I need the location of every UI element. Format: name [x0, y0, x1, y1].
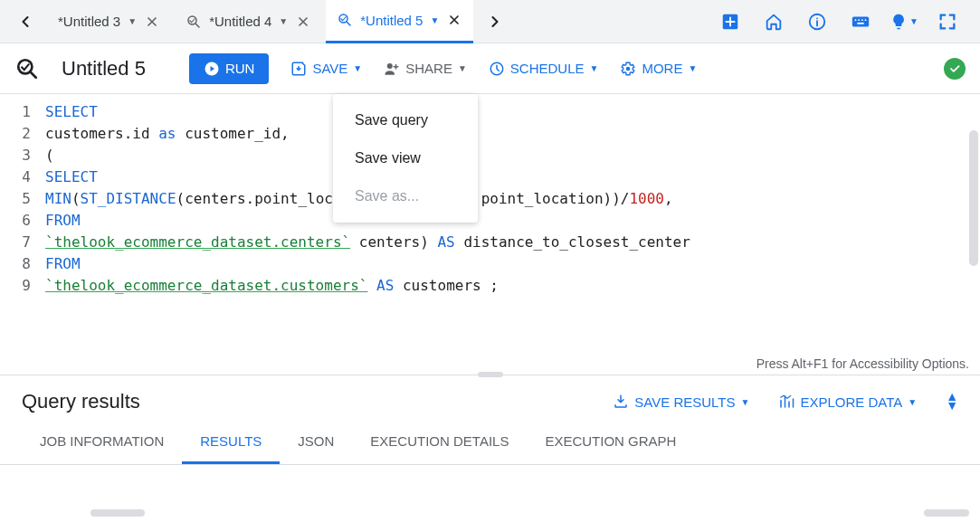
tab-label: *Untitled 4 [209, 14, 271, 29]
svg-point-9 [865, 19, 867, 21]
line-number: 8 [0, 253, 31, 275]
schedule-label: SCHEDULE [510, 61, 585, 76]
tab-label: *Untitled 5 [360, 13, 423, 28]
save-view-item[interactable]: Save view [333, 139, 478, 177]
svg-point-1 [339, 14, 347, 23]
query-results-panel: Query results SAVE RESULTS ▼ EXPLORE DAT… [0, 375, 980, 465]
schedule-button[interactable]: SCHEDULE ▼ [489, 61, 599, 77]
explore-label: EXPLORE DATA [800, 394, 902, 410]
run-label: RUN [225, 61, 255, 76]
accessibility-hint: Press Alt+F1 for Accessibility Options. [756, 356, 969, 371]
line-gutter: 1 2 3 4 5 6 7 8 9 [0, 101, 45, 297]
tab-nav-prev[interactable] [7, 4, 43, 40]
sql-editor[interactable]: 1 2 3 4 5 6 7 8 9 SELECT customers.id as… [0, 94, 980, 375]
scrollbar-thumb[interactable] [90, 509, 145, 517]
close-icon[interactable] [446, 12, 462, 28]
caret-down-icon[interactable]: ▼ [279, 16, 288, 26]
tab-json[interactable]: JSON [280, 421, 352, 464]
svg-point-7 [858, 19, 860, 21]
line-number: 4 [0, 166, 31, 188]
save-as-item: Save as... [333, 177, 478, 215]
save-label: SAVE [312, 61, 347, 76]
add-tab-button[interactable] [716, 7, 745, 36]
svg-rect-5 [852, 16, 869, 26]
save-query-item[interactable]: Save query [333, 101, 478, 139]
more-label: MORE [642, 61, 682, 76]
svg-rect-10 [857, 22, 863, 24]
caret-down-icon: ▼ [909, 16, 918, 26]
line-number: 9 [0, 275, 31, 297]
query-icon [337, 12, 353, 28]
tab-untitled-3[interactable]: *Untitled 3 ▼ [47, 0, 171, 43]
tab-untitled-5[interactable]: *Untitled 5 ▼ [326, 0, 473, 43]
code-content[interactable]: SELECT customers.id as customer_id, ( SE… [45, 101, 980, 297]
svg-point-13 [387, 63, 393, 69]
line-number: 3 [0, 145, 31, 166]
close-icon[interactable] [295, 14, 311, 30]
horizontal-scrollbar[interactable] [0, 509, 980, 518]
caret-down-icon: ▼ [908, 397, 917, 407]
document-title: Untitled 5 [62, 57, 146, 81]
query-icon [14, 56, 40, 81]
share-button[interactable]: SHARE ▼ [384, 61, 467, 77]
tab-label: *Untitled 3 [58, 14, 120, 29]
status-valid-icon[interactable] [944, 58, 966, 80]
caret-down-icon: ▼ [741, 397, 750, 407]
keyboard-icon[interactable] [846, 7, 875, 36]
caret-down-icon: ▼ [590, 63, 599, 73]
tab-bar: *Untitled 3 ▼ *Untitled 4 ▼ *Untitled 5 … [0, 0, 980, 43]
query-icon [186, 14, 202, 30]
line-number: 7 [0, 232, 31, 253]
caret-down-icon: ▼ [458, 63, 467, 73]
caret-down-icon: ▼ [353, 63, 362, 73]
tab-execution-details[interactable]: EXECUTION DETAILS [352, 421, 527, 464]
vertical-scrollbar[interactable] [969, 130, 978, 266]
scrollbar-thumb[interactable] [924, 509, 969, 517]
tabbar-right: ▼ [716, 7, 973, 36]
svg-point-15 [626, 66, 631, 71]
tab-results[interactable]: RESULTS [182, 421, 280, 464]
tab-execution-graph[interactable]: EXECUTION GRAPH [527, 421, 694, 464]
share-label: SHARE [405, 61, 452, 76]
save-results-button[interactable]: SAVE RESULTS ▼ [613, 394, 749, 410]
line-number: 5 [0, 188, 31, 210]
run-button[interactable]: RUN [189, 53, 270, 84]
save-results-label: SAVE RESULTS [634, 394, 735, 410]
svg-point-4 [816, 17, 818, 19]
caret-down-icon: ▼ [688, 63, 697, 73]
close-icon[interactable] [144, 14, 160, 30]
svg-point-8 [861, 19, 863, 21]
svg-point-6 [855, 19, 857, 21]
explore-data-button[interactable]: EXPLORE DATA ▼ [778, 394, 917, 410]
info-icon[interactable] [803, 7, 832, 36]
resize-handle[interactable] [478, 372, 503, 377]
line-number: 6 [0, 210, 31, 232]
tab-nav-next[interactable] [477, 4, 513, 40]
results-header: Query results SAVE RESULTS ▼ EXPLORE DAT… [0, 375, 980, 421]
home-icon[interactable] [759, 7, 788, 36]
svg-point-0 [188, 16, 196, 24]
save-button[interactable]: SAVE ▼ [290, 61, 362, 77]
lightbulb-icon[interactable]: ▼ [890, 7, 918, 36]
line-number: 1 [0, 101, 31, 123]
results-title: Query results [22, 390, 140, 413]
tab-untitled-4[interactable]: *Untitled 4 ▼ [175, 0, 322, 43]
editor-toolbar: Untitled 5 RUN SAVE ▼ SHARE ▼ SCHEDULE ▼… [0, 43, 980, 94]
more-button[interactable]: MORE ▼ [620, 61, 697, 77]
expand-collapse-button[interactable]: ▲▼ [946, 393, 958, 411]
fullscreen-icon[interactable] [933, 7, 962, 36]
save-dropdown: Save query Save view Save as... [333, 94, 478, 223]
tab-job-information[interactable]: JOB INFORMATION [22, 421, 182, 464]
caret-down-icon[interactable]: ▼ [128, 16, 137, 26]
caret-down-icon[interactable]: ▼ [430, 15, 439, 25]
line-number: 2 [0, 123, 31, 145]
results-tabs: JOB INFORMATION RESULTS JSON EXECUTION D… [0, 421, 980, 465]
